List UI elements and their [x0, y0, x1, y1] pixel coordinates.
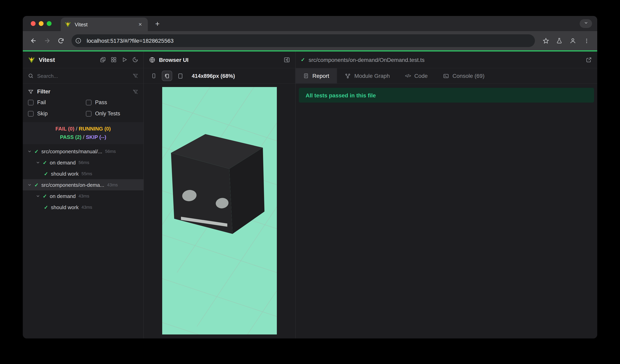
- separator: /: [76, 126, 77, 132]
- pass-count: PASS (2): [60, 134, 81, 140]
- filter-fail-checkbox[interactable]: Fail: [28, 99, 86, 105]
- filter-pass-checkbox[interactable]: Pass: [86, 99, 138, 105]
- separator: /: [83, 134, 84, 140]
- test-duration: 55ms: [81, 171, 92, 176]
- forward-button[interactable]: [40, 34, 54, 47]
- suite-label: on demand: [50, 160, 76, 165]
- app-name: Vitest: [39, 56, 96, 63]
- zoom-window-button[interactable]: [47, 21, 51, 26]
- tab-module-graph[interactable]: Module Graph: [337, 68, 397, 83]
- new-tab-button[interactable]: +: [153, 20, 162, 28]
- banner-text: All tests passed in this file: [306, 92, 376, 98]
- test-duration: 56ms: [105, 149, 139, 154]
- browser-menu-icon[interactable]: [580, 34, 593, 47]
- tab-console-label: Console (69): [452, 73, 484, 79]
- browser-tab[interactable]: Vitest ×: [61, 17, 148, 31]
- tree-row-file-selected[interactable]: ✓ src/components/on-dema... 43ms: [23, 179, 143, 190]
- chevron-down-icon[interactable]: [28, 183, 31, 187]
- filter-pass-label: Pass: [95, 99, 107, 105]
- reload-button[interactable]: [54, 34, 67, 47]
- test-duration: 43ms: [81, 205, 92, 210]
- tab-title: Vitest: [75, 21, 133, 27]
- search-input[interactable]: [37, 73, 129, 79]
- collapse-all-icon[interactable]: [100, 57, 106, 63]
- close-window-button[interactable]: [31, 21, 36, 26]
- clear-filter-icon[interactable]: [133, 73, 138, 79]
- run-all-icon[interactable]: [122, 57, 127, 63]
- pass-check-icon: ✓: [301, 57, 305, 63]
- device-rotate-icon[interactable]: [162, 71, 172, 81]
- url-text: localhost:5173/#/?file=1828625563: [87, 38, 174, 44]
- checkbox-icon: [86, 111, 92, 116]
- tab-console[interactable]: Console (69): [435, 68, 492, 83]
- filter-section: Filter Fail Pass: [23, 84, 143, 122]
- chevron-down-icon[interactable]: [28, 149, 31, 153]
- funnel-icon: [28, 89, 33, 94]
- detail-tabs: Report Module Graph </> Code: [296, 68, 597, 84]
- chevron-down-icon[interactable]: [36, 194, 40, 198]
- test-label: should work: [51, 171, 79, 177]
- checkbox-icon: [86, 100, 92, 105]
- traffic-lights: [31, 21, 51, 26]
- viewport-size-label: 414x896px (68%): [192, 73, 235, 79]
- vitest-favicon: [65, 21, 71, 28]
- minimize-window-button[interactable]: [39, 21, 44, 26]
- tab-close-icon[interactable]: ×: [137, 21, 144, 28]
- chevron-down-icon[interactable]: [36, 160, 40, 164]
- robot-cube-3d: [171, 134, 264, 234]
- experiments-flask-icon[interactable]: [553, 34, 566, 47]
- address-bar[interactable]: localhost:5173/#/?file=1828625563: [72, 34, 535, 47]
- filter-skip-checkbox[interactable]: Skip: [28, 111, 86, 116]
- tested-app-iframe[interactable]: [162, 87, 277, 335]
- filter-title-row: Filter: [28, 89, 138, 95]
- back-button[interactable]: [27, 34, 40, 47]
- vitest-logo: [28, 56, 35, 63]
- tab-search-button[interactable]: [580, 19, 592, 28]
- profile-icon[interactable]: [566, 34, 580, 47]
- device-toolbar: 414x896px (68%): [144, 68, 295, 84]
- device-tablet-icon[interactable]: [175, 71, 185, 81]
- site-info-icon[interactable]: [74, 36, 83, 45]
- search-row: [23, 68, 143, 84]
- preview-area: [144, 84, 295, 338]
- device-phone-portrait-icon[interactable]: [149, 71, 159, 81]
- test-duration: 56ms: [78, 160, 89, 165]
- test-duration: 43ms: [78, 194, 89, 198]
- tree-row-suite[interactable]: ✓ on demand 43ms: [23, 190, 143, 202]
- tab-code[interactable]: </> Code: [398, 68, 435, 83]
- test-label: should work: [51, 204, 79, 210]
- filter-options: Fail Pass Skip Only Tests: [28, 99, 138, 116]
- open-external-icon[interactable]: [586, 57, 592, 63]
- vitest-ui: Vitest: [23, 51, 597, 338]
- dashboard-icon[interactable]: [111, 57, 117, 63]
- tree-row-suite[interactable]: ✓ on demand 56ms: [23, 157, 143, 168]
- pass-check-icon: ✓: [44, 171, 48, 177]
- dark-mode-moon-icon[interactable]: [132, 57, 138, 63]
- filter-off-icon[interactable]: [133, 89, 138, 94]
- browser-window: Vitest × + localhost:5173/#: [23, 16, 597, 338]
- filter-title: Filter: [37, 89, 50, 95]
- tab-strip: Vitest × +: [23, 16, 597, 31]
- tab-module-graph-label: Module Graph: [354, 73, 390, 79]
- filter-fail-label: Fail: [37, 99, 46, 105]
- bookmark-star-icon[interactable]: [539, 34, 553, 47]
- tree-row-file[interactable]: ✓ src/components/manual/... 56ms: [23, 146, 143, 157]
- tab-report[interactable]: Report: [296, 68, 337, 83]
- skip-count: SKIP (--): [86, 134, 106, 140]
- module-graph-icon: [345, 73, 351, 79]
- pass-check-icon: ✓: [34, 148, 39, 154]
- tree-row-test[interactable]: ✓ should work 43ms: [23, 202, 143, 213]
- preview-header: Browser UI: [144, 51, 295, 68]
- filter-skip-label: Skip: [37, 111, 48, 116]
- desktop: Vitest × + localhost:5173/#: [0, 0, 620, 364]
- suite-label: on demand: [50, 193, 76, 199]
- pass-check-icon: ✓: [34, 182, 39, 188]
- summary-line-2: PASS (2) / SKIP (--): [23, 133, 143, 141]
- open-file-path: src/components/on-demand/OnDemand.test.t…: [309, 57, 582, 63]
- open-panel-right-icon[interactable]: [284, 57, 290, 63]
- checkbox-icon: [28, 100, 33, 105]
- globe-icon: [149, 57, 155, 63]
- test-detail-panel: ✓ src/components/on-demand/OnDemand.test…: [296, 51, 597, 338]
- tree-row-test[interactable]: ✓ should work 55ms: [23, 168, 143, 179]
- filter-only-tests-checkbox[interactable]: Only Tests: [86, 111, 138, 116]
